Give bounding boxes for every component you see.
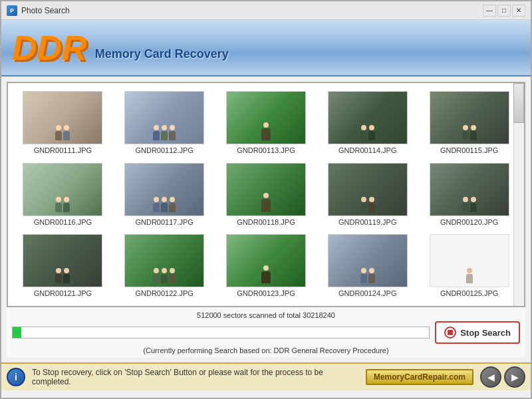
photo-thumbnail [23,163,102,216]
photo-thumbnail [430,163,509,216]
photo-thumbnail [328,163,408,216]
photo-filename: GNDR00112.JPG [135,146,193,154]
title-bar-controls: — □ ✕ [483,5,525,17]
app-subtitle: Memory Card Recovery [95,47,229,61]
photo-filename: GNDR00119.JPG [338,218,396,226]
photo-filename: GNDR00117.JPG [135,218,193,226]
photo-filename: GNDR00118.JPG [237,218,295,226]
bottom-bar: i To Stop recovery, click on 'Stop Searc… [1,362,531,390]
photo-item[interactable]: GNDR00113.JPG [215,87,317,159]
photo-thumbnail [226,163,306,216]
scrollbar-thumb[interactable] [513,83,524,123]
photo-item[interactable]: GNDR00121.JPG [12,230,114,302]
photo-thumbnail [226,91,306,144]
app-icon: P [7,5,17,16]
photo-grid-container: GNDR00111.JPG GNDR00112.JPG [7,82,525,307]
title-bar: P Photo Search — □ ✕ [1,1,531,20]
stop-icon [444,327,456,338]
back-button[interactable]: ◀ [480,366,501,388]
photo-filename: GNDR00111.JPG [34,146,92,154]
ddr-logo: DDR [12,31,87,65]
photo-thumbnail [430,234,509,287]
photo-item[interactable]: GNDR00116.JPG [12,159,114,231]
bottom-info-text: To Stop recovery, click on 'Stop Search'… [32,368,359,386]
photo-item[interactable]: GNDR00118.JPG [215,159,317,231]
photo-item[interactable]: GNDR00115.JPG [418,87,520,159]
photo-thumbnail [23,91,102,144]
app-header: DDR Memory Card Recovery [1,20,531,76]
photo-filename: GNDR00120.JPG [440,218,498,226]
photo-grid: GNDR00111.JPG GNDR00112.JPG [8,83,524,306]
photo-filename: GNDR00123.JPG [237,289,295,297]
website-badge: MemoryCardRepair.com [366,369,473,385]
photo-thumbnail [124,234,204,287]
photo-thumbnail [124,163,204,216]
photo-filename: GNDR00124.JPG [338,289,396,297]
photo-thumbnail [124,91,204,144]
progress-bar-fill [13,327,21,338]
main-content: GNDR00111.JPG GNDR00112.JPG [1,76,531,362]
title-bar-text: Photo Search [21,6,483,15]
stop-search-label: Stop Search [460,328,511,338]
photo-thumbnail [226,234,306,287]
photo-filename: GNDR00115.JPG [440,146,498,154]
photo-item[interactable]: GNDR00123.JPG [215,230,317,302]
photo-item[interactable]: GNDR00125.JPG [418,230,520,302]
progress-section: 512000 sectors scanned of total 30218240… [7,307,525,357]
photo-filename: GNDR00113.JPG [237,146,295,154]
photo-item[interactable]: GNDR00112.JPG [114,87,215,159]
close-button[interactable]: ✕ [512,5,525,17]
photo-item[interactable]: GNDR00124.JPG [317,230,418,302]
nav-buttons: ◀ ▶ [480,366,525,388]
stop-search-button[interactable]: Stop Search [435,321,520,344]
photo-thumbnail [430,91,509,144]
minimize-button[interactable]: — [483,5,496,17]
info-icon: i [7,368,25,386]
photo-thumbnail [328,91,408,144]
progress-bar-container: Stop Search [12,321,520,344]
photo-item[interactable]: GNDR00111.JPG [12,87,114,159]
progress-bar-wrapper [12,327,430,338]
stop-inner-square [448,330,453,335]
photo-filename: GNDR00116.JPG [34,218,92,226]
photo-filename: GNDR00125.JPG [440,289,498,297]
scrollbar-track[interactable] [513,83,524,306]
photo-thumbnail [23,234,102,287]
photo-item[interactable]: GNDR00114.JPG [317,87,418,159]
photo-filename: GNDR00114.JPG [338,146,396,154]
photo-item[interactable]: GNDR00122.JPG [114,230,215,302]
photo-thumbnail [328,234,408,287]
progress-status-text: 512000 sectors scanned of total 30218240 [12,311,520,319]
photo-filename: GNDR00121.JPG [34,289,92,297]
procedure-text: (Currently performing Search based on: D… [12,346,520,354]
photo-item[interactable]: GNDR00119.JPG [317,159,418,231]
header-text-block: Memory Card Recovery [95,34,229,61]
photo-item[interactable]: GNDR00120.JPG [418,159,520,231]
photo-filename: GNDR00122.JPG [135,289,193,297]
maximize-button[interactable]: □ [497,5,511,17]
photo-item[interactable]: GNDR00117.JPG [114,159,215,231]
forward-button[interactable]: ▶ [504,366,525,388]
